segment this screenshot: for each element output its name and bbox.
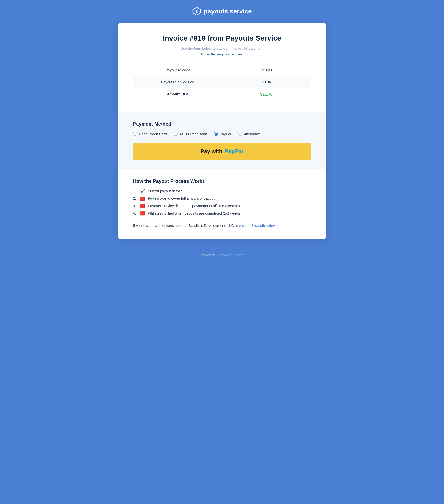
list-item: 1. ✔️ Submit payout details bbox=[133, 189, 311, 193]
invoice-table: Payout Amount $10.80 Payouts Service Fee… bbox=[133, 64, 311, 101]
payouts-service-logo-icon: $ bbox=[192, 7, 201, 16]
table-cell-label: Payouts Service Fee bbox=[133, 76, 222, 88]
flag-icon: 🟥 bbox=[140, 211, 145, 216]
paypal-pay-button[interactable]: Pay with PayPal bbox=[133, 143, 311, 160]
payment-methods-group: Debit/Credit Card ACH Direct Debit PayPa… bbox=[133, 132, 311, 136]
main-card: Invoice #919 from Payouts Service Use th… bbox=[118, 23, 326, 239]
footer-text-pre: Powered by bbox=[201, 253, 219, 257]
contact-paragraph: If you have any questions, contact Sandh… bbox=[133, 222, 311, 229]
payment-method-paypal-label: PayPal bbox=[220, 132, 231, 136]
paypal-btn-brand-text: PayPal bbox=[224, 148, 243, 155]
step-text: Pay invoice to cover full amount of payo… bbox=[148, 196, 215, 200]
table-cell-value-green: $11.76 bbox=[222, 88, 311, 101]
page-header: $ payouts service bbox=[0, 0, 444, 23]
payment-section-title: Payment Method bbox=[133, 121, 311, 127]
payment-method-ach-label: ACH Direct Debit bbox=[180, 132, 207, 136]
payment-method-debit[interactable]: Debit/Credit Card bbox=[133, 132, 167, 136]
table-row: Payout Amount $10.80 bbox=[133, 64, 311, 76]
radio-debit[interactable] bbox=[133, 132, 137, 136]
payment-method-debit-label: Debit/Credit Card bbox=[139, 132, 167, 136]
process-section-title: How the Payout Process Works bbox=[133, 179, 311, 184]
step-number: 4. bbox=[133, 211, 138, 215]
contact-email-link[interactable]: payouts@sandhillsdev.com bbox=[239, 223, 282, 228]
paypal-btn-pre-text: Pay with bbox=[201, 148, 222, 154]
step-number: 2. bbox=[133, 196, 138, 200]
step-number: 3. bbox=[133, 204, 138, 208]
payment-method-paypal[interactable]: PayPal bbox=[214, 132, 231, 136]
list-item: 4. 🟥 Affiliates notified when deposits a… bbox=[133, 211, 311, 216]
invoice-subtitle-period: . bbox=[242, 52, 243, 56]
payment-method-alternative[interactable]: Alternative bbox=[238, 132, 261, 136]
step-text: Payouts Service distributes payments to … bbox=[148, 204, 239, 208]
invoice-subtitle-line1: Use the form below to pay earnings to af… bbox=[180, 46, 264, 51]
table-cell-value: $10.80 bbox=[222, 64, 311, 76]
step-text: Affiliates notified when deposits are co… bbox=[148, 211, 242, 215]
radio-ach[interactable] bbox=[173, 132, 178, 136]
step-text: Submit payout details bbox=[148, 189, 182, 193]
contact-text-post: . bbox=[282, 223, 283, 228]
process-steps-list: 1. ✔️ Submit payout details 2. 🟥 Pay inv… bbox=[133, 189, 311, 216]
page-footer: Powered by Payouts Service bbox=[0, 249, 444, 263]
list-item: 2. 🟥 Pay invoice to cover full amount of… bbox=[133, 196, 311, 201]
svg-text:$: $ bbox=[196, 10, 198, 14]
card-top-section: Invoice #919 from Payouts Service Use th… bbox=[118, 23, 326, 112]
logo-container: $ payouts service bbox=[192, 7, 252, 16]
table-row: Payouts Service Fee $0.96 bbox=[133, 76, 311, 88]
invoice-title: Invoice #919 from Payouts Service bbox=[133, 34, 311, 42]
radio-paypal[interactable] bbox=[214, 132, 218, 136]
table-cell-label: Payout Amount bbox=[133, 64, 222, 76]
checkmark-icon: ✔️ bbox=[140, 189, 145, 193]
step-number: 1. bbox=[133, 189, 138, 193]
table-cell-label-bold: Amount Due bbox=[133, 88, 222, 101]
table-row: Amount Due $11.76 bbox=[133, 88, 311, 101]
list-item: 3. 🟥 Payouts Service distributes payment… bbox=[133, 204, 311, 208]
flag-icon: 🟥 bbox=[140, 204, 145, 208]
radio-alternative[interactable] bbox=[238, 132, 242, 136]
footer-link[interactable]: Payouts Service bbox=[219, 253, 243, 257]
header-title: payouts service bbox=[204, 8, 252, 15]
payment-method-ach[interactable]: ACH Direct Debit bbox=[173, 132, 207, 136]
payment-method-alternative-label: Alternative bbox=[244, 132, 261, 136]
contact-text-pre: If you have any questions, contact Sandh… bbox=[133, 223, 238, 228]
payment-section: Payment Method Debit/Credit Card ACH Dir… bbox=[118, 112, 326, 169]
process-section: How the Payout Process Works 1. ✔️ Submi… bbox=[118, 169, 326, 239]
invoice-subtitle: Use the form below to pay earnings to af… bbox=[133, 46, 311, 57]
invoice-subtitle-link[interactable]: https://examplesite.com bbox=[201, 52, 242, 56]
table-cell-value: $0.96 bbox=[222, 76, 311, 88]
flag-icon: 🟥 bbox=[140, 196, 145, 201]
